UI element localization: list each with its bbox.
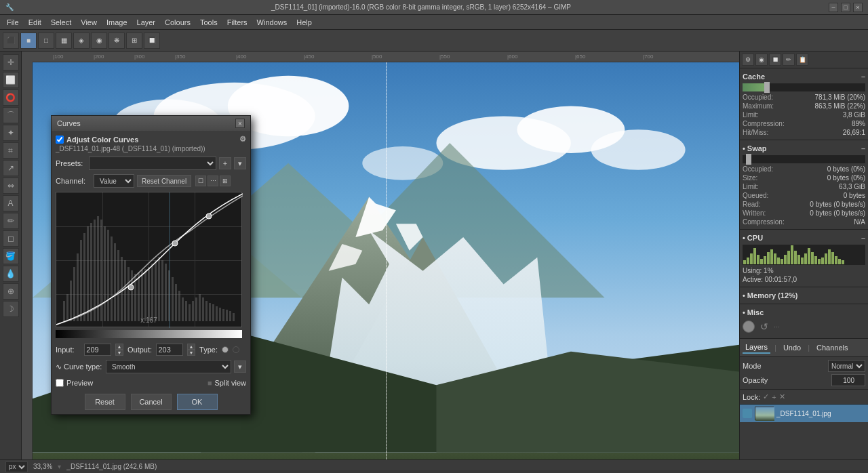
tool-erase[interactable]: ◻	[3, 230, 19, 247]
tab-channels[interactable]: Channels	[814, 342, 850, 353]
panel-tool-3[interactable]: 🔲	[769, 54, 781, 66]
limit-label: Limit:	[743, 111, 759, 119]
lock-icon-1[interactable]: ✓	[763, 392, 769, 401]
tool-fill[interactable]: 🪣	[3, 248, 19, 264]
menu-item-help[interactable]: Help	[292, 17, 316, 28]
toolbar-btn-2[interactable]: ■	[20, 33, 37, 49]
menu-item-colours[interactable]: Colours	[161, 17, 195, 28]
input-spin-up[interactable]: ▲	[115, 344, 123, 350]
tool-flip[interactable]: ⇔	[3, 178, 19, 194]
tab-layers[interactable]: Layers	[743, 342, 770, 354]
curve-type-dropdown[interactable]: Smooth	[106, 360, 231, 373]
curve-graph[interactable]: x:167	[56, 192, 242, 327]
lock-icon-2[interactable]: +	[772, 393, 776, 401]
panel-tool-2[interactable]: ◉	[755, 54, 768, 66]
preview-checkbox-label[interactable]: Preview	[56, 379, 93, 387]
layer-visibility-icon[interactable]	[743, 409, 752, 418]
tool-dodge[interactable]: ☽	[3, 301, 19, 317]
minimize-button[interactable]: –	[829, 3, 838, 12]
toolbar-btn-1[interactable]: ⬛	[3, 33, 19, 49]
lock-icon-3[interactable]: ✕	[779, 392, 785, 401]
cpu-expand-icon[interactable]: –	[861, 234, 865, 242]
swap-marker[interactable]	[746, 154, 751, 165]
cpu-bar-14	[791, 245, 793, 264]
type-dot-empty[interactable]	[233, 346, 239, 353]
curves-settings-icon[interactable]: ⚙	[239, 135, 246, 144]
type-dot-filled[interactable]	[222, 346, 229, 353]
cpu-bar-13	[787, 251, 790, 264]
toolbar-btn-6[interactable]: ◉	[91, 33, 107, 49]
tab-undo[interactable]: Undo	[781, 342, 804, 353]
channel-icon-1[interactable]: ☐	[195, 176, 206, 186]
mode-dropdown[interactable]: Normal	[828, 360, 865, 372]
curve-type-menu-btn[interactable]: ▾	[234, 361, 246, 373]
menu-item-select[interactable]: Select	[47, 17, 76, 28]
toolbar-btn-4[interactable]: ▦	[56, 33, 72, 49]
curves-title-bar[interactable]: Curves ×	[52, 116, 250, 131]
svg-rect-29	[94, 220, 96, 321]
cpu-bar-25	[828, 249, 831, 264]
opacity-input[interactable]	[831, 374, 865, 386]
output-spinners: ▲ ▼	[187, 344, 195, 356]
tool-eyedrop[interactable]: 💧	[3, 266, 19, 282]
tool-move[interactable]: ✛	[3, 54, 19, 70]
tool-crop[interactable]: ⌗	[3, 142, 19, 159]
toolbar-btn-8[interactable]: ⊞	[126, 33, 142, 49]
menu-item-view[interactable]: View	[77, 17, 101, 28]
menu-item-image[interactable]: Image	[102, 17, 132, 28]
tool-ellipse[interactable]: ⭕	[3, 89, 19, 106]
toolbar-btn-9[interactable]: 🔲	[144, 33, 160, 49]
panel-tool-1[interactable]: ⚙	[742, 54, 754, 66]
channel-icon-2[interactable]: ⋯	[208, 176, 218, 186]
gradient-bar	[56, 330, 242, 338]
menu-item-layer[interactable]: Layer	[133, 17, 160, 28]
read-value: 0 bytes (0 bytes/s)	[810, 201, 865, 208]
preview-checkbox[interactable]	[56, 379, 64, 387]
tool-rect[interactable]: ⬜	[3, 72, 19, 88]
presets-dropdown[interactable]	[89, 157, 216, 170]
tool-text[interactable]: A	[3, 195, 19, 211]
layer-item[interactable]: _DSF1114_01.jpg	[740, 405, 868, 422]
output-spin-up[interactable]: ▲	[187, 344, 195, 350]
ok-button[interactable]: OK	[177, 394, 218, 410]
svg-rect-32	[104, 226, 106, 321]
tool-clone[interactable]: ⊕	[3, 283, 19, 300]
tool-transform[interactable]: ↗	[3, 160, 19, 176]
toolbar-btn-3[interactable]: □	[38, 33, 54, 49]
menu-item-tools[interactable]: Tools	[196, 17, 222, 28]
misc-refresh-icon[interactable]: ↺	[760, 321, 768, 332]
input-spin-down[interactable]: ▼	[115, 350, 123, 356]
menu-item-edit[interactable]: Edit	[24, 17, 45, 28]
channel-icon-3[interactable]: ⊞	[220, 176, 231, 186]
menu-item-filters[interactable]: Filters	[223, 17, 252, 28]
tool-lasso[interactable]: ⌒	[3, 107, 19, 123]
unit-select[interactable]: px	[5, 461, 28, 472]
cpu-active-row: Active: 00:01:57,0	[743, 275, 865, 284]
close-button[interactable]: ×	[853, 3, 863, 12]
written-label: Written:	[743, 209, 766, 217]
input-value-field[interactable]	[84, 344, 111, 356]
presets-add-btn[interactable]: +	[219, 157, 231, 169]
output-value-field[interactable]	[156, 344, 183, 356]
reset-channel-button[interactable]: Reset Channel	[137, 175, 191, 187]
maximize-button[interactable]: □	[841, 3, 850, 12]
curves-close-button[interactable]: ×	[235, 119, 245, 128]
reset-button[interactable]: Reset	[85, 394, 125, 410]
swap-expand-icon[interactable]: –	[861, 144, 865, 152]
cache-marker[interactable]	[764, 82, 770, 93]
split-view-label[interactable]: ■ Split view	[208, 379, 246, 387]
toolbar-btn-7[interactable]: ❋	[108, 33, 125, 49]
panel-tool-4[interactable]: ✏	[783, 54, 795, 66]
panel-tool-5[interactable]: 📋	[796, 54, 808, 66]
menu-item-file[interactable]: File	[3, 17, 23, 28]
channel-dropdown[interactable]: Value	[94, 174, 134, 188]
tool-fuzzy[interactable]: ✦	[3, 125, 19, 141]
curves-chain-checkbox[interactable]	[56, 136, 64, 144]
cancel-button[interactable]: Cancel	[131, 394, 172, 410]
toolbar-btn-5[interactable]: ◈	[73, 33, 90, 49]
tool-paint[interactable]: ✏	[3, 213, 19, 229]
presets-menu-btn[interactable]: ▾	[234, 157, 246, 169]
output-spin-down[interactable]: ▼	[187, 350, 195, 356]
cache-expand-icon[interactable]: –	[861, 73, 865, 81]
menu-item-windows[interactable]: Windows	[253, 17, 292, 28]
